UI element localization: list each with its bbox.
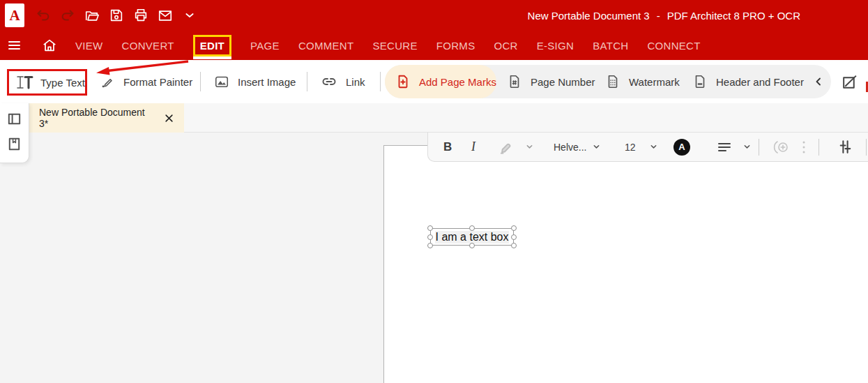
undo-icon[interactable] xyxy=(36,8,51,23)
tab-close-icon[interactable] xyxy=(164,113,174,123)
resize-handle-middle-right[interactable] xyxy=(511,234,517,240)
bookmarks-icon[interactable] xyxy=(6,136,22,152)
insert-image-label: Insert Image xyxy=(238,76,296,88)
resize-handle-middle-left[interactable] xyxy=(427,234,433,240)
link-icon xyxy=(321,73,337,90)
window-title-document: New Portable Document 3 xyxy=(528,10,650,22)
insert-field-button[interactable] xyxy=(772,133,791,161)
page-number-button[interactable]: Page Number xyxy=(507,60,595,103)
format-painter-icon xyxy=(100,74,115,89)
insert-image-icon xyxy=(214,74,229,89)
link-button[interactable]: Link xyxy=(321,60,365,103)
watermark-button[interactable]: Watermark xyxy=(605,60,680,103)
font-size-chevron-icon[interactable] xyxy=(650,133,657,161)
format-toolbar-divider xyxy=(818,139,819,156)
toolbar-divider xyxy=(380,72,381,91)
tab-convert[interactable]: CONVERT xyxy=(122,40,174,52)
format-painter-button[interactable]: Format Painter xyxy=(100,60,192,103)
sign-document-icon[interactable] xyxy=(841,73,858,91)
menu-tabs: VIEW CONVERT EDIT PAGE COMMENT SECURE FO… xyxy=(75,31,701,60)
type-text-button[interactable]: Type Text xyxy=(7,69,87,96)
tab-batch[interactable]: BATCH xyxy=(593,40,628,52)
redo-icon[interactable] xyxy=(60,8,75,23)
title-bar: A New Portable Document 3 - PDF Architec… xyxy=(0,0,868,31)
link-label: Link xyxy=(346,76,365,88)
edit-toolbar: Type Text Format Painter Insert Image Li… xyxy=(0,60,868,103)
open-file-icon[interactable] xyxy=(84,8,100,23)
font-size-select[interactable]: 12 xyxy=(625,133,636,161)
format-toolbar-divider xyxy=(866,139,867,156)
bold-button[interactable]: B xyxy=(443,133,452,161)
document-workspace: B I Helve... 12 A xyxy=(0,133,868,383)
document-tab[interactable]: New Portable Document 3* xyxy=(29,103,184,133)
italic-button[interactable]: I xyxy=(471,133,475,161)
highlighter-button[interactable] xyxy=(496,133,515,161)
insert-image-button[interactable]: Insert Image xyxy=(214,60,296,103)
format-toolbar-divider xyxy=(759,139,759,156)
align-dropdown-chevron-icon[interactable] xyxy=(743,133,751,161)
pdf-page[interactable] xyxy=(383,145,868,383)
text-format-toolbar: B I Helve... 12 A xyxy=(427,133,868,162)
toolbar-divider xyxy=(307,72,307,91)
type-text-icon xyxy=(15,75,33,90)
add-page-marks-label: Add Page Marks xyxy=(419,76,496,88)
window-title: New Portable Document 3 - PDF Architect … xyxy=(528,0,800,31)
page-number-icon xyxy=(507,74,522,89)
window-title-app: PDF Architect 8 PRO + OCR xyxy=(667,10,800,22)
text-box[interactable]: I am a text box xyxy=(430,228,514,246)
home-icon[interactable] xyxy=(42,38,57,53)
app-logo: A xyxy=(5,3,24,27)
resize-handle-bottom-left[interactable] xyxy=(427,243,433,248)
print-icon[interactable] xyxy=(133,8,149,23)
tab-ocr[interactable]: OCR xyxy=(494,40,517,52)
format-painter-label: Format Painter xyxy=(123,76,192,88)
advanced-settings-icon[interactable] xyxy=(837,133,854,161)
hamburger-menu-icon[interactable] xyxy=(7,38,22,52)
document-tab-label: New Portable Document 3* xyxy=(39,107,153,129)
tab-esign[interactable]: E-SIGN xyxy=(537,40,574,52)
header-and-footer-label: Header and Footer xyxy=(716,76,804,88)
font-family-chevron-icon[interactable] xyxy=(593,133,600,161)
header-and-footer-button[interactable]: Header and Footer xyxy=(692,60,804,103)
align-left-button[interactable] xyxy=(716,133,733,161)
tab-forms[interactable]: FORMS xyxy=(436,40,475,52)
add-page-marks-icon xyxy=(395,74,411,89)
text-box-content[interactable]: I am a text box xyxy=(435,231,510,243)
tab-comment[interactable]: COMMENT xyxy=(298,40,354,52)
more-options-dots-icon[interactable] xyxy=(802,133,806,161)
watermark-label: Watermark xyxy=(629,76,680,88)
add-page-marks-button[interactable]: Add Page Marks xyxy=(395,60,496,103)
chevron-down-icon[interactable] xyxy=(182,8,197,23)
type-text-label: Type Text xyxy=(40,77,85,89)
toolbar-divider xyxy=(200,72,201,91)
resize-handle-top-center[interactable] xyxy=(469,225,475,231)
document-tab-bar: New Portable Document 3* xyxy=(0,103,868,133)
window-title-separator: - xyxy=(657,10,660,22)
tab-secure[interactable]: SECURE xyxy=(372,40,417,52)
resize-handle-bottom-center[interactable] xyxy=(469,243,475,248)
app-logo-letter: A xyxy=(9,7,20,24)
tab-edit[interactable]: EDIT xyxy=(193,35,231,57)
side-panel xyxy=(0,103,29,163)
highlighter-dropdown-chevron-icon[interactable] xyxy=(526,133,533,161)
resize-handle-top-left[interactable] xyxy=(427,225,433,231)
font-family-select[interactable]: Helve... xyxy=(554,133,586,161)
header-and-footer-icon xyxy=(692,74,708,89)
tab-page[interactable]: PAGE xyxy=(250,40,280,52)
font-color-letter: A xyxy=(678,142,685,152)
panels-icon[interactable] xyxy=(6,111,22,127)
resize-handle-bottom-right[interactable] xyxy=(511,243,517,248)
tab-connect[interactable]: CONNECT xyxy=(647,40,700,52)
ribbon-menu-bar: VIEW CONVERT EDIT PAGE COMMENT SECURE FO… xyxy=(0,31,868,60)
tab-view[interactable]: VIEW xyxy=(75,40,103,52)
page-number-label: Page Number xyxy=(531,76,595,88)
email-icon[interactable] xyxy=(158,8,173,23)
save-icon[interactable] xyxy=(109,8,124,23)
collapse-group-chevron-icon[interactable] xyxy=(813,75,824,88)
watermark-icon xyxy=(605,74,620,89)
resize-handle-top-right[interactable] xyxy=(511,225,517,231)
font-color-button[interactable]: A xyxy=(673,133,690,161)
